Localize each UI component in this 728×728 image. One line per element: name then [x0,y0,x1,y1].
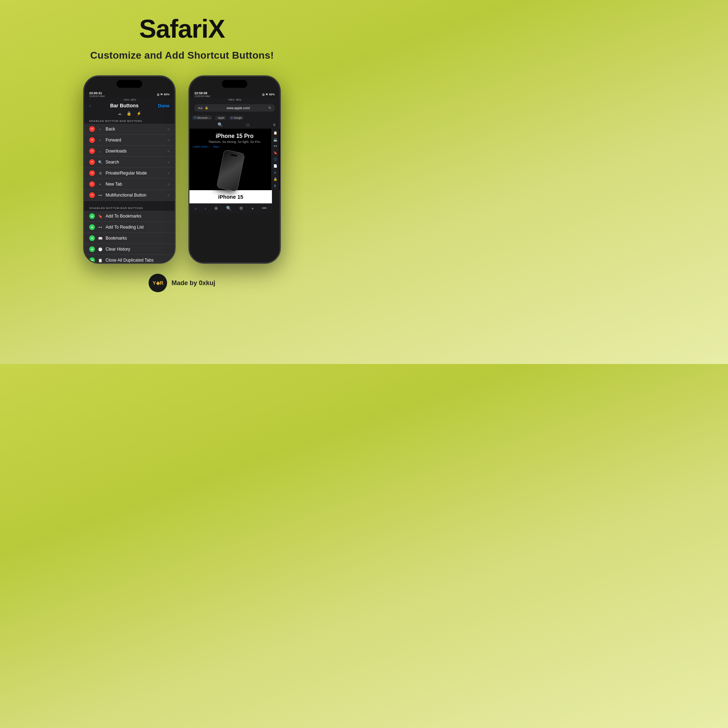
private-icon: ⚙ [98,171,103,175]
downloads-icon: ↓ [98,149,103,153]
logo-badge: Y◈R [148,274,167,292]
sidebar-reading-icon[interactable]: 👓 [272,144,278,148]
add-btn-bookmarks2[interactable] [89,236,95,241]
list-item: ‹ Back ≡ [84,124,174,135]
remove-btn-private[interactable] [89,170,95,176]
status-right-right: ||| ≋ 82% [262,93,275,96]
aa-text: AA [198,106,203,110]
phone-left: 23:00:31 21/02/24 Wed ||| ≋ 83% ↑1K/s ↓0… [83,75,176,264]
learn-more-link[interactable]: Learn more › [193,145,210,148]
multi-label: Multifunctional Button [106,193,165,198]
list-item: 👓 Add To Reading List [84,222,174,233]
header: SafariX Customize and Add Shortcut Butto… [90,14,274,61]
nav-back-left: ‹ [89,103,91,108]
address-bar-container: AA 🔒 www.apple.com/ ↻ [190,101,280,115]
list-item: ••• Multifunctional Button ≡ [84,190,174,201]
nav-title-left: Bar Buttons [110,103,139,109]
sidebar-share-icon[interactable]: ⬆ [272,184,278,188]
learn-buy-row: Learn more › Buy › [193,145,276,148]
lock-url-icon: 🔒 [205,106,208,110]
add-btn-history[interactable] [89,246,95,252]
history-label: Clear History [106,247,170,252]
nav-done-left[interactable]: Done [158,103,170,109]
remove-btn-forward[interactable] [89,137,95,143]
bookmark-google[interactable]: G Google [229,116,243,120]
search-label: Search [106,160,165,165]
sidebar-lock-icon[interactable]: 🔒 [272,177,278,182]
drag-newtab[interactable]: ≡ [167,182,170,186]
buy-link[interactable]: Buy › [214,145,220,148]
nav-more-icon[interactable]: ••• [262,206,267,211]
ms-label: Microsoft — [197,116,210,119]
nav-forward-icon[interactable]: › [205,205,206,211]
list-item: ⚙ Private/Regular Mode ≡ [84,168,174,179]
add-bookmarks-label: Add To Bookmarks [106,214,170,219]
drag-search[interactable]: ≡ [167,160,170,164]
product-title: iPhone 15 Pro [193,133,276,139]
remove-btn-back[interactable] [89,126,95,132]
nav-back-icon[interactable]: ‹ [195,205,197,211]
disabled-section-label: DISABLED BOTTOM BAR BUTTONS [84,204,174,211]
bookmark-microsoft[interactable]: ⊞ Microsoft — [192,116,212,120]
remove-btn-multi[interactable] [89,192,95,198]
remove-btn-newtab[interactable] [89,181,95,187]
sidebar-screen-icon[interactable]: 💻 [272,138,278,142]
sidebar-close-icon[interactable]: ✕ [272,171,278,175]
nav-search-icon[interactable]: 🔍 [226,206,231,211]
menu-safari-icon[interactable]: ≡ [273,122,275,127]
search-icon: 🔍 [98,160,103,164]
bookmark-apple[interactable]: Apple [215,116,226,120]
drag-forward[interactable]: ≡ [167,138,170,142]
phone-right: 22:59:58 21/02/24 Wed ||| ≋ 82% +8K/s ↑8… [188,75,281,264]
url-text: www.apple.com/ [210,106,266,110]
signal-icon-left: ||| [157,93,159,96]
sidebar-bookmark-icon[interactable]: 🔖 [272,151,278,155]
add-btn-reading[interactable] [89,224,95,230]
nav-add-icon[interactable]: ⊕ [214,206,218,211]
section-gap [84,201,174,204]
remove-btn-downloads[interactable] [89,148,95,154]
nav-gear-icon[interactable]: ⚙ [239,206,243,211]
app-title: SafariX [90,14,274,43]
iphone15-label: iPhone 15 [218,194,243,200]
safari-address-bar[interactable]: AA 🔒 www.apple.com/ ↻ [194,104,275,112]
phones-row: 23:00:31 21/02/24 Wed ||| ≋ 83% ↑1K/s ↓0… [83,75,281,264]
sidebar-page-icon[interactable]: 📄 [272,164,278,168]
add-reading-label: Add To Reading List [106,225,170,229]
refresh-icon[interactable]: ↻ [268,106,271,110]
share-safari-icon[interactable]: □ [247,122,249,127]
add-btn-closedup[interactable] [89,257,95,263]
lightning-icon: ⚡ [136,111,141,116]
drag-downloads[interactable]: ≡ [167,149,170,153]
apple-bm-label: Apple [218,116,224,119]
downloads-label: Downloads [106,148,165,154]
wifi-icon-left: ≋ [160,93,163,96]
add-btn-bookmarks[interactable] [89,213,95,219]
drag-back[interactable]: ≡ [167,127,170,131]
made-by-text: Made by 0xkuj [171,279,215,287]
remove-btn-search[interactable] [89,159,95,165]
safari-content: iPhone 15 Pro Titanium. So strong. So li… [190,128,280,190]
search-safari-icon[interactable]: 🔍 [217,122,223,127]
sidebar-info-icon[interactable]: ⓘ [272,157,278,162]
history-icon: 🕐 [98,248,103,251]
signal-icon-right: ||| [262,93,265,96]
forward-icon: › [98,138,103,142]
back-icon: ‹ [98,127,103,131]
newtab-icon: + [98,182,103,186]
list-item: ↓ Downloads ≡ [84,146,174,157]
battery-left: 83% [164,93,170,96]
newtab-label: New Tab [106,182,165,187]
ms-icon: ⊞ [194,116,196,119]
drag-multi[interactable]: ≡ [167,193,170,197]
status-time-left: 23:00:31 21/02/24 Wed [89,91,104,97]
sidebar-copy-icon[interactable]: 📋 [272,131,278,135]
wifi-icon-right: ≋ [266,93,268,96]
private-label: Private/Regular Mode [106,171,165,176]
nav-plus-icon[interactable]: + [251,206,254,211]
drag-private[interactable]: ≡ [167,171,170,175]
google-label: Google [234,116,242,119]
list-item: › Forward ≡ [84,135,174,146]
bookmarks-add-icon: 🔖 [98,214,103,218]
back-label: Back [106,127,165,132]
